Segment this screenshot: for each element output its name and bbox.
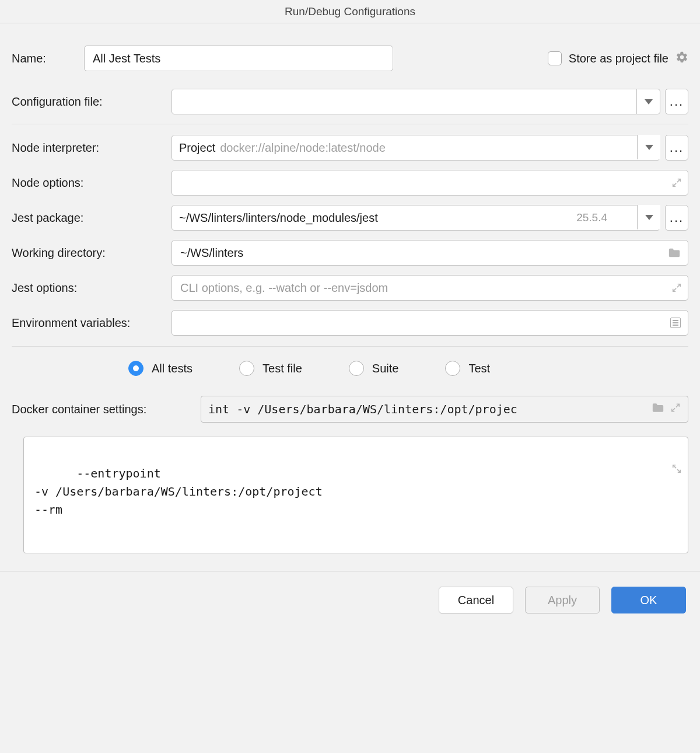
test-scope-radios: All tests Test file Suite Test	[12, 361, 688, 376]
env-vars-input[interactable]	[179, 311, 681, 335]
cancel-button[interactable]: Cancel	[439, 587, 513, 613]
dialog-footer: Cancel Apply OK	[0, 571, 700, 629]
jest-package-path: ~/WS/linters/linters/node_modules/jest	[179, 211, 378, 225]
node-interpreter-browse-button[interactable]: ...	[665, 135, 688, 161]
docker-settings-value: int -v /Users/barbara/WS/linters:/opt/pr…	[208, 402, 517, 416]
radio-dot-icon	[128, 361, 144, 376]
jest-options-label: Jest options:	[12, 281, 163, 295]
env-vars-label: Environment variables:	[12, 316, 163, 330]
store-as-project-file-checkbox[interactable]	[548, 51, 562, 65]
jest-package-browse-button[interactable]: ...	[665, 205, 688, 231]
name-row: Name: Store as project file	[12, 46, 688, 71]
working-dir-row: Working directory:	[12, 240, 688, 266]
docker-settings-expanded[interactable]: --entrypoint -v /Users/barbara/WS/linter…	[23, 437, 688, 553]
working-dir-input[interactable]	[179, 240, 681, 265]
docker-settings-expanded-text: --entrypoint -v /Users/barbara/WS/linter…	[34, 466, 323, 517]
store-as-project-file-label: Store as project file	[569, 52, 668, 65]
jest-package-row: Jest package: ~/WS/linters/linters/node_…	[12, 205, 688, 231]
jest-package-label: Jest package:	[12, 211, 163, 225]
working-dir-input-wrapper	[172, 240, 688, 266]
folder-icon[interactable]	[668, 247, 681, 259]
config-file-combobox[interactable]	[172, 89, 660, 114]
node-interpreter-path: docker://alpine/node:latest/node	[220, 141, 386, 155]
node-options-row: Node options:	[12, 170, 688, 196]
node-interpreter-row: Node interpreter: Project docker://alpin…	[12, 135, 688, 161]
env-vars-row: Environment variables:	[12, 310, 688, 336]
jest-package-select[interactable]: ~/WS/linters/linters/node_modules/jest 2…	[172, 205, 660, 231]
config-file-input[interactable]	[179, 95, 632, 109]
chevron-down-icon[interactable]	[637, 205, 660, 229]
node-interpreter-select[interactable]: Project docker://alpine/node:latest/node	[172, 135, 660, 161]
node-options-label: Node options:	[12, 176, 163, 190]
radio-dot-icon	[445, 361, 460, 376]
radio-all-tests-label: All tests	[152, 362, 192, 375]
separator	[12, 124, 688, 124]
radio-dot-icon	[349, 361, 364, 376]
jest-options-input[interactable]	[179, 276, 681, 300]
gear-icon[interactable]	[676, 51, 688, 66]
config-file-label: Configuration file:	[12, 95, 163, 109]
list-edit-icon[interactable]	[666, 318, 681, 328]
jest-options-row: Jest options:	[12, 275, 688, 301]
docker-settings-row: Docker container settings: int -v /Users…	[12, 396, 688, 423]
radio-dot-icon	[239, 361, 254, 376]
name-input[interactable]	[92, 46, 386, 71]
env-vars-input-wrapper	[172, 310, 688, 336]
radio-test-label: Test	[468, 362, 490, 375]
docker-settings-label: Docker container settings:	[12, 403, 192, 416]
separator	[12, 346, 688, 347]
name-input-wrapper	[84, 46, 393, 71]
folder-icon[interactable]	[652, 402, 664, 417]
config-file-row: Configuration file: ...	[12, 89, 688, 114]
name-label: Name:	[12, 52, 76, 65]
run-debug-config-window: Run/Debug Configurations Name: Store as …	[0, 0, 700, 629]
window-title: Run/Debug Configurations	[0, 0, 700, 23]
node-options-input-wrapper	[172, 170, 688, 196]
chevron-down-icon[interactable]	[637, 135, 660, 159]
working-dir-label: Working directory:	[12, 246, 163, 260]
radio-test-file[interactable]: Test file	[239, 361, 302, 376]
docker-settings-field[interactable]: int -v /Users/barbara/WS/linters:/opt/pr…	[201, 396, 688, 423]
ok-button[interactable]: OK	[611, 587, 686, 613]
radio-test[interactable]: Test	[445, 361, 490, 376]
jest-package-version: 25.5.4	[576, 211, 633, 224]
jest-options-input-wrapper	[172, 275, 688, 301]
node-interpreter-label: Node interpreter:	[12, 141, 163, 155]
chevron-down-icon[interactable]	[637, 89, 660, 114]
node-options-input[interactable]	[179, 170, 681, 195]
radio-suite[interactable]: Suite	[349, 361, 399, 376]
node-interpreter-prefix: Project	[179, 141, 215, 155]
config-file-browse-button[interactable]: ...	[665, 89, 688, 114]
radio-test-file-label: Test file	[262, 362, 302, 375]
expand-icon[interactable]	[670, 402, 681, 417]
radio-suite-label: Suite	[372, 362, 399, 375]
apply-button[interactable]: Apply	[525, 587, 600, 613]
collapse-icon[interactable]	[615, 443, 682, 497]
radio-all-tests[interactable]: All tests	[128, 361, 192, 376]
